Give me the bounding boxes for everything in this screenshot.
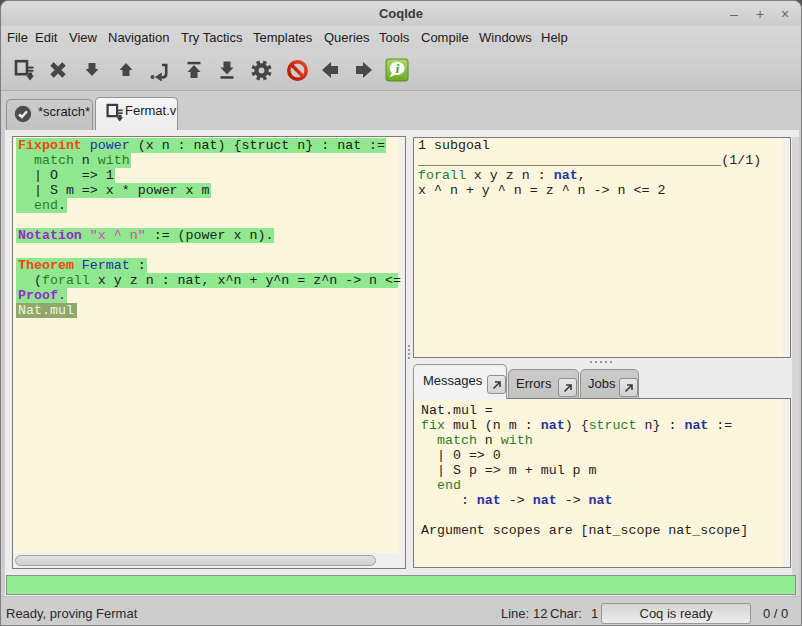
svg-text:i: i — [396, 62, 400, 76]
